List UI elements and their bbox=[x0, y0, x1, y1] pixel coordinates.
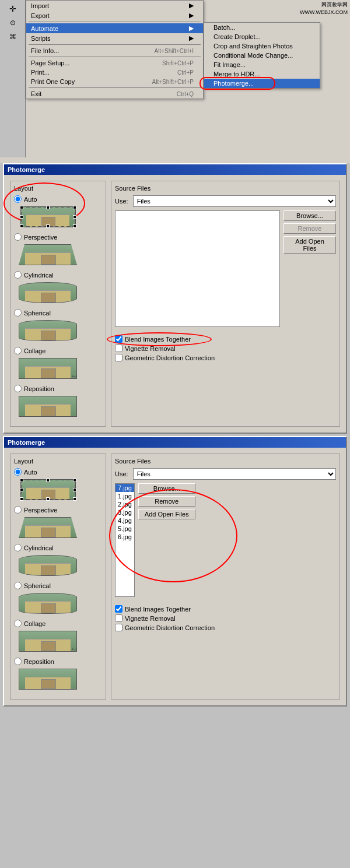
distortion-opt-1[interactable]: Geometric Distortion Correction bbox=[115, 354, 336, 361]
vignette-opt-2[interactable]: Vignette Removal bbox=[115, 614, 336, 622]
vignette-opt-1[interactable]: Vignette Removal bbox=[115, 345, 336, 352]
blend-checkbox-1[interactable] bbox=[115, 335, 123, 343]
menu-section: 网页教学网 WWW.WEBJX.COM ✛ ⊙ ⌘ Import ▶ Expor… bbox=[0, 0, 350, 163]
radio-cylindrical-1[interactable] bbox=[14, 271, 22, 279]
building-reposition-1 bbox=[19, 396, 77, 417]
blend-options-1: Blend Images Together Vignette Removal G… bbox=[115, 335, 336, 361]
preview-collage-1: ↔ bbox=[19, 357, 77, 380]
source-panel-2: Source Files Use: Files 7.jpg1.jpg2.jpg3… bbox=[111, 454, 340, 700]
submenu-conditional-mode[interactable]: Conditional Mode Change... bbox=[204, 51, 320, 60]
layout-collage-1[interactable]: Collage bbox=[14, 347, 102, 354]
source-title-2: Source Files bbox=[115, 458, 336, 465]
layout-spherical-2[interactable]: Spherical bbox=[14, 582, 102, 589]
submenu-create-droplet[interactable]: Create Droplet... bbox=[204, 32, 320, 41]
layout-collage-2[interactable]: Collage bbox=[14, 620, 102, 627]
file-item[interactable]: 6.jpg bbox=[116, 533, 134, 541]
label-cylindrical-2: Cylindrical bbox=[24, 544, 54, 551]
remove-btn-2[interactable]: Remove bbox=[138, 496, 195, 507]
use-label-2: Use: bbox=[115, 470, 128, 477]
handle-tr-1 bbox=[73, 206, 76, 209]
menu-import[interactable]: Import ▶ bbox=[26, 1, 203, 10]
distortion-opt-2[interactable]: Geometric Distortion Correction bbox=[115, 624, 336, 631]
vignette-checkbox-1[interactable] bbox=[115, 345, 123, 352]
handle-br-1 bbox=[73, 224, 76, 228]
blend-images-opt-2[interactable]: Blend Images Together bbox=[115, 605, 336, 613]
layout-cylindrical-1[interactable]: Cylindrical bbox=[14, 271, 102, 279]
submenu-crop-straighten[interactable]: Crop and Straighten Photos bbox=[204, 41, 320, 51]
file-item[interactable]: 4.jpg bbox=[116, 516, 134, 525]
blend-images-opt-1[interactable]: Blend Images Together bbox=[115, 335, 336, 343]
radio-reposition-1[interactable] bbox=[14, 385, 22, 392]
file-menu[interactable]: Import ▶ Export ▶ Automate ▶ Scripts ▶ bbox=[26, 0, 204, 99]
browse-btn-2[interactable]: Browse... bbox=[138, 483, 195, 494]
radio-spherical-2[interactable] bbox=[14, 582, 22, 589]
add-open-btn-2[interactable]: Add Open Files bbox=[138, 509, 195, 519]
tool-crop[interactable]: ⌘ bbox=[6, 30, 19, 43]
vignette-checkbox-2[interactable] bbox=[115, 614, 123, 622]
browse-btn-1[interactable]: Browse... bbox=[284, 210, 336, 221]
menu-automate[interactable]: Automate ▶ bbox=[26, 23, 203, 33]
file-item[interactable]: 1.jpg bbox=[116, 492, 134, 500]
handle-tc-1 bbox=[46, 206, 50, 209]
submenu-batch[interactable]: Batch... bbox=[204, 23, 320, 32]
file-item[interactable]: 7.jpg bbox=[116, 484, 134, 492]
submenu-merge-hdr[interactable]: Merge to HDR... bbox=[204, 69, 320, 79]
dialog-title-bar-1: Photomerge bbox=[4, 164, 346, 175]
layout-auto-1[interactable]: Auto bbox=[14, 195, 102, 203]
submenu-photomerge[interactable]: Photomerge... bbox=[204, 79, 320, 88]
layout-title-2: Layout bbox=[14, 458, 102, 465]
radio-spherical-1[interactable] bbox=[14, 309, 22, 317]
remove-btn-1[interactable]: Remove bbox=[284, 223, 336, 234]
file-list-1[interactable] bbox=[115, 210, 280, 327]
file-item[interactable]: 2.jpg bbox=[116, 500, 134, 508]
tool-move[interactable]: ✛ bbox=[6, 2, 19, 15]
layout-perspective-2[interactable]: Perspective bbox=[14, 506, 102, 514]
file-list-2[interactable]: 7.jpg1.jpg2.jpg3.jpg4.jpg5.jpg6.jpg bbox=[115, 483, 135, 597]
auto-handles-1 bbox=[20, 206, 76, 227]
tool-lasso[interactable]: ⊙ bbox=[6, 16, 19, 29]
file-item[interactable]: 5.jpg bbox=[116, 525, 134, 533]
menu-file-info[interactable]: File Info... Alt+Shift+Ctrl+I bbox=[26, 46, 203, 55]
layout-auto-2[interactable]: Auto bbox=[14, 468, 102, 476]
layout-spherical-1[interactable]: Spherical bbox=[14, 309, 102, 317]
layout-reposition-1[interactable]: Reposition bbox=[14, 385, 102, 392]
menu-exit[interactable]: Exit Ctrl+Q bbox=[26, 89, 203, 99]
submenu-fit-image[interactable]: Fit Image... bbox=[204, 60, 320, 69]
file-item[interactable]: 3.jpg bbox=[116, 508, 134, 516]
menu-sep-4 bbox=[29, 87, 201, 88]
radio-collage-2[interactable] bbox=[14, 620, 22, 627]
menu-export[interactable]: Export ▶ bbox=[26, 10, 203, 20]
radio-collage-1[interactable] bbox=[14, 347, 22, 354]
automate-submenu[interactable]: Batch... Create Droplet... Crop and Stra… bbox=[204, 22, 320, 89]
label-reposition-1: Reposition bbox=[24, 385, 54, 392]
distortion-checkbox-1[interactable] bbox=[115, 354, 123, 361]
menu-page-setup[interactable]: Page Setup... Shift+Ctrl+P bbox=[26, 58, 203, 68]
radio-reposition-2[interactable] bbox=[14, 658, 22, 665]
distortion-checkbox-2[interactable] bbox=[115, 624, 123, 631]
layout-perspective-1[interactable]: Perspective bbox=[14, 233, 102, 241]
preview-cylindrical-1 bbox=[19, 281, 77, 304]
add-open-btn-1[interactable]: Add Open Files bbox=[284, 236, 336, 254]
use-select-2[interactable]: Files bbox=[133, 468, 336, 480]
radio-auto-2[interactable] bbox=[14, 468, 22, 476]
menu-scripts[interactable]: Scripts ▶ bbox=[26, 33, 203, 43]
layout-cylindrical-2[interactable]: Cylindrical bbox=[14, 544, 102, 551]
menu-print-one-copy[interactable]: Print One Copy Alt+Shift+Ctrl+P bbox=[26, 77, 203, 86]
building-cylindrical-2 bbox=[19, 555, 77, 576]
layout-title-1: Layout bbox=[14, 185, 102, 192]
menu-print[interactable]: Print... Ctrl+P bbox=[26, 68, 203, 77]
blend-checkbox-2[interactable] bbox=[115, 605, 123, 613]
radio-cylindrical-2[interactable] bbox=[14, 544, 22, 551]
use-select-1[interactable]: Files bbox=[133, 195, 336, 207]
dialog-body-1: Layout Auto bbox=[4, 175, 346, 433]
building-reposition-2 bbox=[19, 669, 77, 690]
layout-panel-1: Layout Auto bbox=[10, 181, 106, 427]
layout-reposition-2[interactable]: Reposition bbox=[14, 658, 102, 665]
preview-reposition-1 bbox=[19, 395, 77, 418]
preview-perspective-2 bbox=[19, 516, 77, 539]
radio-perspective-1[interactable] bbox=[14, 233, 22, 241]
label-perspective-2: Perspective bbox=[24, 507, 57, 514]
radio-perspective-2[interactable] bbox=[14, 506, 22, 514]
radio-auto-1[interactable] bbox=[14, 195, 22, 203]
handle-ml-1 bbox=[20, 215, 23, 219]
